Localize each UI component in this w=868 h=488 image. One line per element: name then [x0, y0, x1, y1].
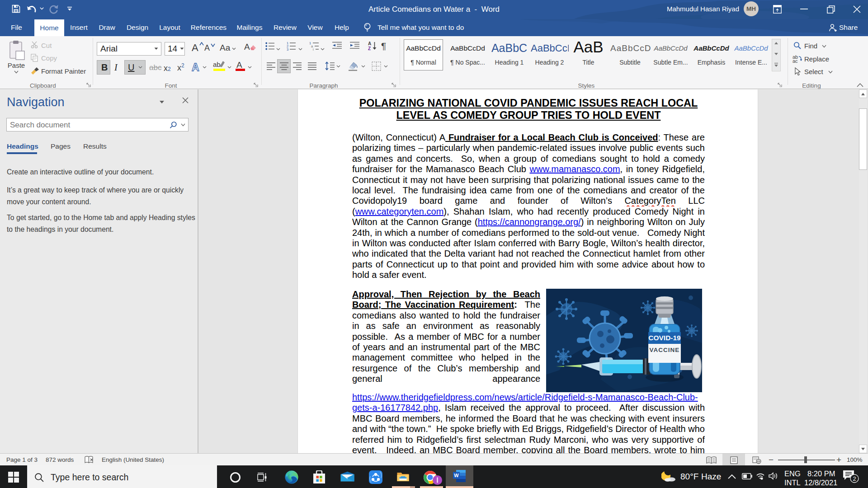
- svg-text:ac: ac: [793, 58, 798, 63]
- svg-text:2: 2: [853, 475, 856, 482]
- svg-text:i: i: [313, 47, 314, 51]
- svg-text:COVID-19: COVID-19: [648, 334, 681, 342]
- svg-text:VACCINE: VACCINE: [650, 347, 680, 353]
- svg-text:1: 1: [287, 41, 288, 45]
- svg-text:A: A: [368, 41, 371, 46]
- svg-text:2: 2: [287, 44, 288, 48]
- svg-text:Z: Z: [368, 46, 371, 51]
- svg-text:1: 1: [309, 41, 311, 45]
- svg-text:a: a: [311, 44, 313, 48]
- svg-text:ab: ab: [793, 55, 798, 60]
- svg-text:3: 3: [287, 47, 288, 51]
